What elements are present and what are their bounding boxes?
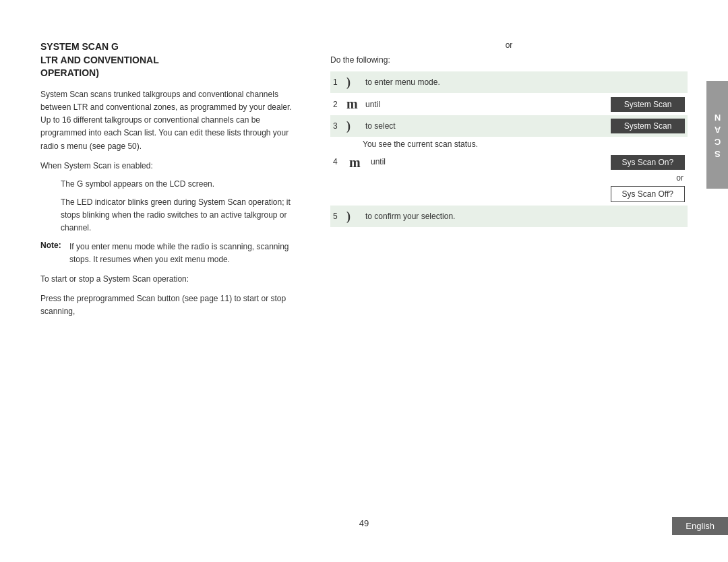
status-text: You see the current scan status. <box>330 137 688 152</box>
step-4-num: 4 <box>333 155 346 166</box>
step-5-num: 5 <box>333 212 346 221</box>
step-4-desc: until <box>371 155 608 166</box>
step-1-row: 1 ) to enter menu mode. <box>330 71 688 93</box>
step-4-row: 4 m until Sys Scan On? or Sys Scan Off? <box>330 152 688 206</box>
step-5-icon: ) <box>346 210 365 224</box>
step-2-num: 2 <box>333 100 346 109</box>
step-2-row: 2 m until System Scan <box>330 93 688 115</box>
indent-2: The LED indicator blinks green during Sy… <box>40 196 303 235</box>
page-number: 49 <box>359 518 369 528</box>
step-1-desc: to enter menu mode. <box>365 77 685 87</box>
step-3-row: 3 ) to select System Scan <box>330 115 688 137</box>
step-3-icon: ) <box>346 119 365 133</box>
step-4-badge-on: Sys Scan On? <box>611 155 685 170</box>
step-2-badge: System Scan <box>611 97 685 112</box>
do-following: Do the following: <box>330 55 688 65</box>
step-2-desc: until <box>365 100 611 109</box>
step-4-badge-off: Sys Scan Off? <box>611 186 685 202</box>
right-column: or Do the following: 1 ) to enter menu m… <box>324 40 688 522</box>
step-5-desc: to confirm your selection. <box>365 212 685 221</box>
indent-1: The G symbol appears on the LCD screen. <box>40 178 303 191</box>
note-text: If you enter menu mode while the radio i… <box>69 241 303 266</box>
start-stop-text: To start or stop a System Scan operation… <box>40 273 303 286</box>
step-2-icon: m <box>346 96 365 112</box>
section-title: SYSTEM SCAN GLTR AND CONVENTIONALOPERATI… <box>40 40 303 80</box>
step-4-or: or <box>611 173 685 183</box>
step-4-icon: m <box>349 155 368 170</box>
step-1-num: 1 <box>333 77 346 87</box>
left-column: SYSTEM SCAN GLTR AND CONVENTIONALOPERATI… <box>40 40 324 522</box>
press-text: Press the preprogrammed Scan button (see… <box>40 292 303 318</box>
step-1-icon: ) <box>346 75 365 90</box>
step-3-desc: to select <box>365 121 611 131</box>
step-5-row: 5 ) to confirm your selection. <box>330 206 688 227</box>
when-label: When System Scan is enabled: <box>40 160 303 173</box>
body-text-1: System Scan scans trunked talkgroups and… <box>40 88 303 153</box>
step-3-num: 3 <box>333 121 346 131</box>
note-row: Note: If you enter menu mode while the r… <box>40 241 303 266</box>
step-4-badges: Sys Scan On? or Sys Scan Off? <box>611 155 685 202</box>
note-label: Note: <box>40 241 64 266</box>
step-3-badge: System Scan <box>611 119 685 133</box>
or-text: or <box>330 40 688 50</box>
